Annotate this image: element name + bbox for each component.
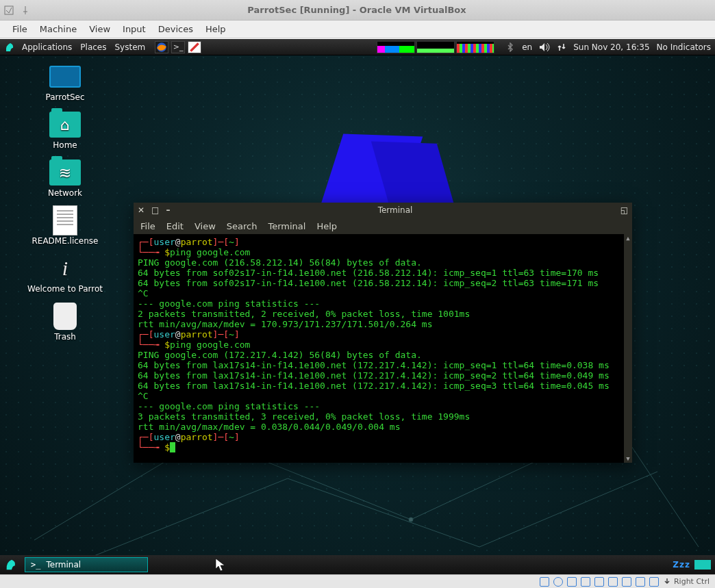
scroll-down-icon[interactable]: ▼ [624, 455, 632, 463]
volume-icon[interactable] [539, 42, 550, 52]
terminal-output[interactable]: ┌─[user@parrot]─[~] └──╼ $ping google.co… [138, 237, 628, 452]
show-desktop-icon[interactable] [4, 557, 19, 572]
panel-menus: Applications Places System [22, 42, 145, 52]
vbox-mouse-icon[interactable] [649, 577, 659, 587]
restore-icon[interactable]: ◱ [620, 205, 628, 215]
vbox-menu-view[interactable]: View [89, 24, 110, 34]
keyboard-layout[interactable]: en [522, 42, 532, 52]
desktop-icon-label: ParrotSec [45, 92, 84, 102]
readme-icon [49, 207, 81, 233]
desktop-icon-label: README.license [32, 236, 98, 246]
menu-applications[interactable]: Applications [22, 42, 72, 52]
term-menu-help[interactable]: Help [316, 221, 337, 231]
bluetooth-icon[interactable] [505, 42, 515, 52]
quick-launch: >_ [155, 41, 201, 53]
system-monitor-applet[interactable] [377, 41, 494, 53]
vbox-titlebar[interactable]: ParrotSec [Running] - Oracle VM VirtualB… [0, 0, 715, 21]
maximize-icon[interactable]: □ [151, 205, 159, 215]
battery-icon[interactable] [694, 560, 711, 570]
vbox-record-icon[interactable] [622, 577, 631, 587]
system-tray: en Sun Nov 20, 16:35 No Indicators [505, 42, 711, 52]
menu-system[interactable]: System [114, 42, 145, 52]
term-menu-edit[interactable]: Edit [166, 221, 184, 231]
desktop-icons: ParrotSec⌂Home≋NetworkREADME.licenseiWel… [14, 64, 116, 342]
taskbar-item-label: Terminal [46, 560, 81, 570]
guest-desktop[interactable]: Applications Places System >_ en [0, 38, 715, 574]
terminal-task-icon: >_ [31, 560, 40, 570]
vbox-audio-icon[interactable] [636, 577, 645, 587]
term-menu-view[interactable]: View [195, 221, 216, 231]
desktop-icon-label: Network [48, 188, 82, 198]
cursor-icon [215, 558, 226, 572]
parrotsec-icon [49, 64, 81, 90]
vbox-usb-icon[interactable] [581, 577, 590, 587]
term-menu-file[interactable]: File [140, 221, 155, 231]
desktop-icon-label: Welcome to Parrot [27, 284, 103, 294]
home-icon: ⌂ [49, 112, 81, 138]
desktop-icon-parrotsec[interactable]: ParrotSec [14, 64, 116, 102]
desktop-icon-home[interactable]: ⌂Home [14, 112, 116, 150]
close-icon[interactable]: ✕ [138, 205, 145, 215]
svg-point-2 [409, 517, 413, 522]
desktop-icon-readme[interactable]: README.license [14, 207, 116, 246]
desktop-icon-network[interactable]: ≋Network [14, 159, 116, 198]
menu-places[interactable]: Places [80, 42, 106, 52]
network-icon: ≋ [49, 159, 81, 186]
indicators-label[interactable]: No Indicators [657, 42, 711, 52]
vbox-cd-icon[interactable] [553, 577, 563, 587]
desktop-icon-label: Trash [54, 332, 76, 342]
vbox-menu-input[interactable]: Input [123, 24, 146, 34]
desktop-icon-welcome[interactable]: iWelcome to Parrot [14, 255, 116, 294]
vbox-menu-machine[interactable]: Machine [40, 24, 77, 34]
clock[interactable]: Sun Nov 20, 16:35 [573, 42, 649, 52]
vbox-hostkey-label: Right Ctrl [674, 577, 710, 586]
bottom-panel: >_ Terminal Zzz [0, 555, 715, 574]
pin-icon[interactable] [21, 5, 30, 15]
terminal-launcher-icon[interactable]: >_ [171, 41, 185, 53]
vbox-menu-devices[interactable]: Devices [158, 24, 193, 34]
scroll-up-icon[interactable]: ▲ [624, 234, 632, 242]
vbox-display-icon[interactable] [608, 577, 618, 587]
vbox-menu-file[interactable]: File [12, 24, 27, 34]
vbox-menu-help[interactable]: Help [205, 24, 226, 34]
terminal-menubar: File Edit View Search Terminal Help [134, 218, 632, 234]
desktop-icon-label: Home [53, 140, 77, 150]
top-panel: Applications Places System >_ en [0, 39, 715, 55]
virtualbox-window: ParrotSec [Running] - Oracle VM VirtualB… [0, 0, 715, 588]
desktop-icon-trash[interactable]: Trash [14, 303, 116, 342]
window-menu-icon[interactable] [4, 5, 14, 15]
terminal-title: Terminal [177, 205, 613, 215]
vbox-hostkey[interactable]: Right Ctrl [663, 577, 710, 586]
terminal-titlebar[interactable]: ✕ □ – Terminal ◱ [134, 203, 632, 218]
firefox-launcher-icon[interactable] [155, 41, 168, 53]
welcome-icon: i [49, 255, 81, 281]
network-icon[interactable] [557, 42, 566, 52]
taskbar-item-terminal[interactable]: >_ Terminal [25, 557, 148, 572]
vbox-menubar: File Machine View Input Devices Help [0, 21, 715, 38]
term-menu-terminal[interactable]: Terminal [268, 221, 305, 231]
vbox-net-icon[interactable] [567, 577, 577, 587]
vbox-hdd-icon[interactable] [540, 577, 549, 587]
term-menu-search[interactable]: Search [227, 221, 258, 231]
parrot-logo-icon[interactable] [4, 41, 16, 53]
terminal-body[interactable]: ┌─[user@parrot]─[~] └──╼ $ping google.co… [134, 234, 632, 463]
terminal-window[interactable]: ✕ □ – Terminal ◱ File Edit View Search T… [134, 203, 632, 463]
trash-icon [49, 303, 81, 329]
minimize-icon[interactable]: – [166, 205, 170, 215]
vbox-shared-icon[interactable] [594, 577, 604, 587]
editor-launcher-icon[interactable] [188, 41, 201, 53]
vbox-statusbar: Right Ctrl [0, 574, 715, 588]
terminal-scrollbar[interactable]: ▲ ▼ [624, 234, 632, 463]
sleep-indicator[interactable]: Zzz [673, 560, 690, 570]
vbox-title: ParrotSec [Running] - Oracle VM VirtualB… [30, 5, 683, 15]
